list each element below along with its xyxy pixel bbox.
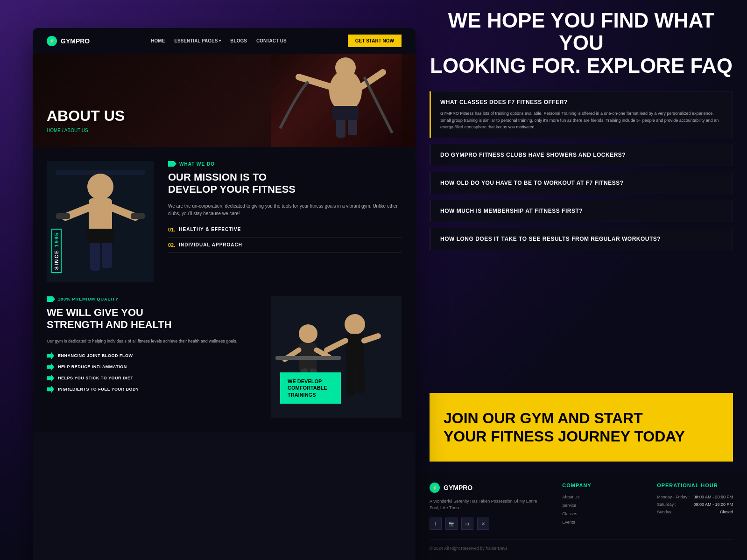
premium-text: 100% PREMIUM QUALITY (58, 297, 119, 301)
footer-about[interactable]: About Us (562, 495, 638, 499)
mission-section: SINCE 1995 WHAT WE DO OUR MISSION IS TO … (47, 161, 402, 282)
breadcrumb-current: ABOUT US (64, 128, 88, 133)
hero-athlete-image (271, 54, 402, 147)
breadcrumb-home[interactable]: HOME (47, 128, 61, 133)
hours-monday: Monday - Friday : 08:00 AM - 20:00 PM (657, 495, 733, 499)
since-text: SINCE 1995 (51, 229, 62, 273)
mission-title: OUR MISSION IS TO DEVELOP YOUR FITNESS (168, 171, 402, 196)
hero-title: ABOUT US (47, 108, 125, 124)
hours-saturday-time: 09:00 AM - 16:00 PM (693, 502, 733, 507)
get-start-button[interactable]: GET START NOW (348, 35, 402, 47)
mission-text: WHAT WE DO OUR MISSION IS TO DEVELOP YOU… (168, 161, 402, 282)
faq-question-4: HOW MUCH IS MEMBERSHIP AT FITNESS FIRST? (440, 208, 723, 214)
footer-copyright: © 2024 All Right Reserved by framerDevs (430, 539, 733, 551)
faq-item-4[interactable]: HOW MUCH IS MEMBERSHIP AT FITNESS FIRST? (430, 200, 733, 222)
twitter-icon[interactable]: ✕ (477, 518, 489, 530)
hours-sunday-day: Sunday : (657, 510, 674, 514)
mission-title-line1: OUR MISSION IS TO (168, 171, 267, 183)
hours-saturday: Saturday : 09:00 AM - 16:00 PM (657, 502, 733, 507)
nav-contact[interactable]: CONTACT US (256, 38, 287, 43)
premium-bar-icon (47, 296, 55, 302)
item-num-1: 01. (168, 227, 175, 232)
nav-blogs[interactable]: BLOGS (230, 38, 247, 43)
logo-icon: ⚡ (47, 36, 57, 46)
footer: ⚡ GYMPRO A Wonderful Serenity Has Taken … (416, 471, 747, 560)
svg-rect-23 (346, 365, 355, 396)
faq-question-1: WHAT CLASSES DOES F7 FITNESS OFFER? (440, 99, 723, 105)
facebook-icon[interactable]: f (430, 518, 442, 530)
footer-company-title: COMPANY (562, 483, 638, 488)
svg-rect-14 (131, 213, 145, 219)
faq-answer-1: GYMPRO Fitness has lots of training opti… (440, 110, 723, 130)
breadcrumb: HOME / ABOUT US (47, 128, 125, 133)
hours-sunday-time: Closed (720, 510, 733, 514)
strength-text: 100% PREMIUM QUALITY WE WILL GIVE YOU ST… (47, 296, 257, 418)
svg-rect-24 (356, 365, 365, 393)
navbar: ⚡ GYMPRO HOME ESSENTIAL PAGES BLOGS CONT… (33, 28, 416, 54)
since-year: 1995 (54, 232, 59, 247)
faq-item-3[interactable]: HOW OLD DO YOU HAVE TO BE TO WORKOUT AT … (430, 172, 733, 194)
logo[interactable]: ⚡ GYMPRO (47, 36, 90, 46)
mission-item-1: 01. HEALTHY & EFFECTIVE (168, 227, 402, 238)
mission-title-line2: DEVELOP YOUR FITNESS (168, 183, 296, 195)
footer-classes[interactable]: Classes (562, 511, 638, 516)
since-label: SINCE (54, 247, 59, 270)
footer-logo-text: GYMPRO (444, 484, 472, 491)
instagram-icon[interactable]: 📷 (445, 518, 458, 530)
mission-item-2: 02. INDIVIDUAL APPROACH (168, 242, 402, 253)
faq-question-5: HOW LONG DOES IT TAKE TO SEE RESULTS FRO… (440, 236, 723, 242)
benefit-2: HELP REDUCE INFLAMMATION (47, 363, 257, 371)
faq-question-3: HOW OLD DO YOU HAVE TO BE TO WORKOUT AT … (440, 180, 723, 186)
arrow-icon-1 (47, 352, 54, 359)
explore-title-line1: WE HOPE YOU FIND WHAT YOU (430, 9, 733, 55)
item-num-2: 02. (168, 242, 175, 248)
benefit-label-1: ENHANCING JOINT BLOOD FLOW (58, 353, 133, 358)
arrow-icon-2 (47, 363, 54, 371)
svg-point-1 (335, 57, 356, 78)
nav-links: HOME ESSENTIAL PAGES BLOGS CONTACT US (151, 38, 286, 43)
svg-rect-20 (345, 334, 364, 366)
logo-text: GYMPRO (61, 37, 90, 45)
arrow-icon-3 (47, 374, 54, 382)
arrow-icon-4 (47, 385, 54, 393)
faq-item-1[interactable]: WHAT CLASSES DOES F7 FITNESS OFFER? GYMP… (430, 91, 733, 138)
footer-hours-col: OPERATIONAL HOUR Monday - Friday : 08:00… (657, 483, 733, 530)
footer-events[interactable]: Events (562, 520, 638, 525)
benefit-3: HELPS YOU STICK TO YOUR DIET (47, 374, 257, 382)
hours-saturday-day: Saturday : (657, 502, 676, 507)
strength-title-line1: WE WILL GIVE YOU (47, 307, 143, 318)
faq-item-5[interactable]: HOW LONG DOES IT TAKE TO SEE RESULTS FRO… (430, 228, 733, 250)
nav-home[interactable]: HOME (151, 38, 165, 43)
athlete-svg (271, 54, 402, 147)
svg-point-19 (345, 314, 365, 335)
strength-description: Our gym is dedicated to helping individu… (47, 338, 257, 344)
faq-question-2: DO GYMPRO FITNESS CLUBS HAVE SHOWERS AND… (440, 152, 723, 158)
hours-monday-day: Monday - Friday : (657, 495, 690, 499)
explore-heading: WE HOPE YOU FIND WHAT YOU LOOKING FOR. E… (430, 0, 733, 91)
hours-monday-time: 08:00 AM - 20:00 PM (693, 495, 733, 499)
faq-item-2[interactable]: DO GYMPRO FITNESS CLUBS HAVE SHOWERS AND… (430, 144, 733, 166)
benefit-label-4: INGREDIENTS TO FUEL YOUR BODY (58, 387, 139, 392)
footer-content: ⚡ GYMPRO A Wonderful Serenity Has Taken … (430, 483, 733, 530)
explore-title-line2: LOOKING FOR. EXPLORE FAQ (430, 55, 733, 77)
hero-content: ABOUT US HOME / ABOUT US (47, 108, 125, 133)
hero-section: ABOUT US HOME / ABOUT US (33, 54, 416, 147)
footer-service[interactable]: Service (562, 503, 638, 508)
what-we-do-label: WHAT WE DO (168, 161, 402, 167)
join-title-line2: YOUR FITNESS JOURNEY TODAY (444, 428, 685, 445)
item-label-2: INDIVIDUAL APPROACH (179, 242, 242, 247)
item-label-1: HEALTHY & EFFECTIVE (179, 227, 241, 232)
footer-hours-title: OPERATIONAL HOUR (657, 483, 733, 488)
linkedin-icon[interactable]: in (461, 518, 473, 530)
nav-essential[interactable]: ESSENTIAL PAGES (174, 38, 221, 43)
faq-section: WHAT CLASSES DOES F7 FITNESS OFFER? GYMP… (430, 91, 733, 384)
join-cta[interactable]: JOIN OUR GYM AND START YOUR FITNESS JOUR… (430, 393, 733, 462)
benefit-label-2: HELP REDUCE INFLAMMATION (58, 364, 127, 369)
strength-image: WE DEVELOP COMFORTABLE TRAININGS (271, 296, 402, 418)
mission-image: SINCE 1995 (47, 161, 154, 282)
svg-line-2 (299, 77, 329, 86)
develop-badge: WE DEVELOP COMFORTABLE TRAININGS (280, 372, 341, 404)
footer-logo: ⚡ GYMPRO (430, 483, 543, 493)
svg-rect-12 (56, 213, 70, 219)
svg-rect-29 (275, 356, 341, 360)
